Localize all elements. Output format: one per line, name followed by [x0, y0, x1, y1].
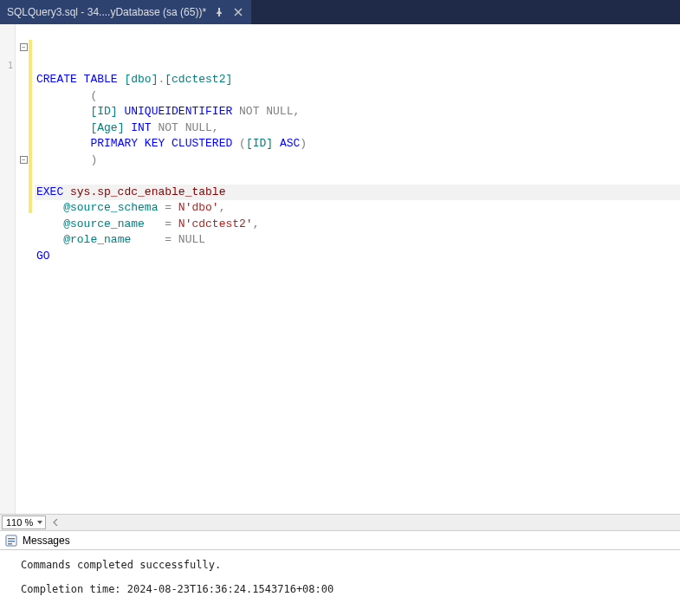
code-line: [Age] INT NOT NULL,: [36, 120, 680, 137]
svg-rect-1: [8, 538, 15, 540]
line-number-margin: 1: [0, 24, 16, 514]
code-line: GO: [36, 249, 680, 265]
code-line: @source_schema = N'dbo',: [36, 200, 680, 217]
zoom-bar: 110 %: [0, 514, 680, 531]
messages-tab[interactable]: Messages: [0, 531, 680, 550]
svg-rect-3: [8, 543, 12, 545]
code-line: @source_name = N'cdctest2',: [36, 217, 680, 233]
fold-toggle-icon[interactable]: [20, 156, 28, 164]
editor-area: 1 CREATE TABLE [dbo].[cdctest2] ( [ID] U…: [0, 24, 680, 514]
pin-icon[interactable]: [213, 6, 225, 18]
editor-wrap: 1 CREATE TABLE [dbo].[cdctest2] ( [ID] U…: [0, 24, 680, 616]
messages-line-2: Completion time: 2024-08-23T16:36:24.154…: [21, 583, 680, 595]
messages-body[interactable]: Commands completed successfully. Complet…: [0, 550, 680, 616]
document-tab[interactable]: SQLQuery3.sql - 34....yDatabase (sa (65)…: [0, 0, 252, 24]
fold-gutter: [16, 24, 35, 514]
zoom-select[interactable]: 110 %: [2, 515, 46, 529]
fold-toggle-icon[interactable]: [20, 43, 28, 51]
messages-icon: [5, 535, 17, 547]
tab-bar: SQLQuery3.sql - 34....yDatabase (sa (65)…: [0, 0, 680, 24]
code-line: @role_name = NULL: [36, 232, 680, 249]
scroll-left-icon[interactable]: [49, 516, 62, 528]
code-line: ): [36, 152, 680, 169]
code-line: [ID] UNIQUEIDENTIFIER NOT NULL,: [36, 104, 680, 120]
close-icon[interactable]: [232, 6, 244, 18]
code-line: [36, 168, 680, 185]
linenum-1: 1: [8, 61, 13, 70]
zoom-value: 110 %: [6, 517, 33, 528]
code-line: (: [36, 88, 680, 105]
svg-rect-2: [8, 541, 15, 542]
code-line: EXEC sys.sp_cdc_enable_table: [36, 185, 680, 201]
change-indicator: [29, 40, 32, 213]
tab-title: SQLQuery3.sql - 34....yDatabase (sa (65)…: [7, 6, 206, 18]
code-line: PRIMARY KEY CLUSTERED ([ID] ASC): [36, 136, 680, 152]
code-line: CREATE TABLE [dbo].[cdctest2]: [36, 72, 680, 88]
messages-line-1: Commands completed successfully.: [21, 559, 680, 571]
messages-tab-label: Messages: [23, 535, 70, 547]
code-editor[interactable]: CREATE TABLE [dbo].[cdctest2] ( [ID] UNI…: [35, 24, 680, 514]
